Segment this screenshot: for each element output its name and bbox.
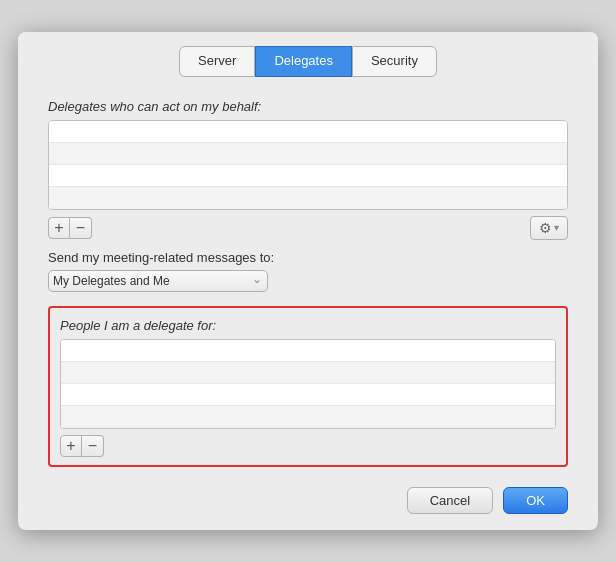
meeting-label: Send my meeting-related messages to: <box>48 250 568 265</box>
list-item <box>61 340 555 362</box>
tab-server[interactable]: Server <box>179 46 255 77</box>
list-item <box>61 384 555 406</box>
list-item <box>61 406 555 428</box>
people-label-suffix: a delegate for: <box>129 318 216 333</box>
people-list <box>60 339 556 429</box>
people-add-remove-buttons: + − <box>60 435 556 457</box>
remove-person-button[interactable]: − <box>82 435 104 457</box>
list-item <box>61 362 555 384</box>
list-item <box>49 143 567 165</box>
remove-delegate-button[interactable]: − <box>70 217 92 239</box>
add-person-button[interactable]: + <box>60 435 82 457</box>
people-section-label: People I am a delegate for: <box>60 318 556 333</box>
ok-button[interactable]: OK <box>503 487 568 514</box>
cancel-button[interactable]: Cancel <box>407 487 493 514</box>
gear-button[interactable]: ⚙ ▾ <box>530 216 568 240</box>
delegates-section-label: Delegates who can act on my behalf: <box>48 99 568 114</box>
list-item <box>49 121 567 143</box>
tab-security[interactable]: Security <box>352 46 437 77</box>
dialog: Server Delegates Security Delegates who … <box>18 32 598 530</box>
gear-icon: ⚙ <box>539 220 552 236</box>
footer: Cancel OK <box>18 477 598 514</box>
meeting-dropdown-wrapper: My Delegates and Me My Delegates Only Me <box>48 270 268 292</box>
content-area: Delegates who can act on my behalf: + − … <box>18 89 598 477</box>
delegates-label-italic: my <box>201 99 218 114</box>
people-label-prefix: People I <box>60 318 111 333</box>
chevron-down-icon: ▾ <box>554 222 559 233</box>
tab-segment: Server Delegates Security <box>179 46 437 77</box>
list-item <box>49 165 567 187</box>
delegates-label-suffix: behalf: <box>219 99 262 114</box>
people-delegate-section: People I am a delegate for: + − <box>48 306 568 467</box>
tab-delegates[interactable]: Delegates <box>255 46 352 77</box>
tab-bar: Server Delegates Security <box>18 32 598 89</box>
delegates-label-prefix: Delegates who can act on <box>48 99 201 114</box>
meeting-dropdown[interactable]: My Delegates and Me My Delegates Only Me <box>48 270 268 292</box>
people-label-italic: am <box>111 318 129 333</box>
delegates-list <box>48 120 568 210</box>
list-item <box>49 187 567 209</box>
add-delegate-button[interactable]: + <box>48 217 70 239</box>
delegates-button-row: + − ⚙ ▾ <box>48 216 568 240</box>
add-remove-buttons: + − <box>48 217 92 239</box>
